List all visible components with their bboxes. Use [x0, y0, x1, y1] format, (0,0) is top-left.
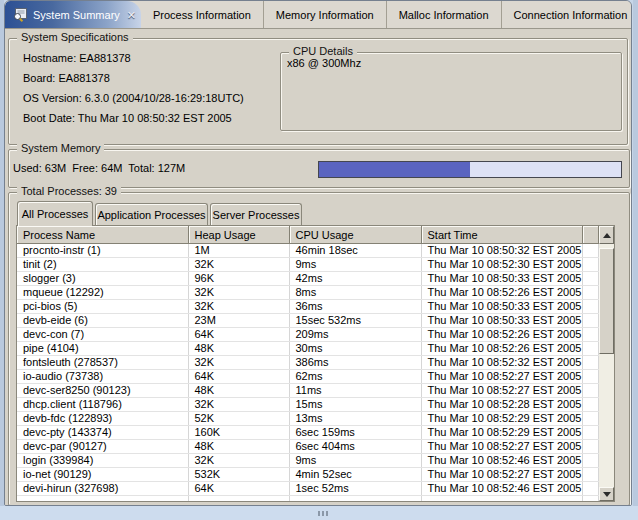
- cell-process-name: devb-eide (6): [17, 314, 188, 328]
- process-row[interactable]: devc-pty (143374)160K6sec 159msThu Mar 1…: [17, 426, 598, 440]
- process-row[interactable]: fontsleuth (278537)32K386msThu Mar 10 08…: [17, 356, 598, 370]
- cell-start-time: Thu Mar 10 08:52:28 EST 2005: [421, 398, 582, 412]
- cell-heap-usage: 532K: [188, 468, 289, 482]
- cell-heap-usage: 64K: [188, 328, 289, 342]
- cell-heap-usage: 64K: [188, 482, 289, 496]
- cell-start-time: Thu Mar 10 08:52:27 EST 2005: [421, 440, 582, 454]
- scroll-down-button[interactable]: [599, 487, 614, 501]
- process-row[interactable]: [17, 496, 598, 503]
- column-header-heap-usage[interactable]: Heap Usage: [188, 226, 289, 244]
- cell-start-time: Thu Mar 10 08:52:29 EST 2005: [421, 426, 582, 440]
- cell-filler: [582, 272, 598, 286]
- cell-filler: [582, 454, 598, 468]
- cell-filler: [582, 356, 598, 370]
- cell-process-name: slogger (3): [17, 272, 188, 286]
- cpu-details-group: CPU Details x86 @ 300Mhz: [280, 52, 622, 131]
- board-text: Board: EA881378: [23, 72, 110, 84]
- process-row[interactable]: devb-eide (6)23M15sec 532msThu Mar 10 08…: [17, 314, 598, 328]
- arrow-down-icon: [603, 492, 611, 497]
- cell-filler: [582, 468, 598, 482]
- cell-cpu-usage: 386ms: [289, 356, 421, 370]
- process-row[interactable]: io-net (90129)532K4min 52secThu Mar 10 0…: [17, 468, 598, 482]
- tab-server-processes[interactable]: Server Processes: [210, 203, 302, 226]
- cell-process-name: devc-ser8250 (90123): [17, 384, 188, 398]
- process-row[interactable]: devc-ser8250 (90123)48K11msThu Mar 10 08…: [17, 384, 598, 398]
- os-version-text: OS Version: 6.3.0 (2004/10/28-16:29:18UT…: [23, 92, 244, 104]
- cell-heap-usage: 32K: [188, 258, 289, 272]
- process-row[interactable]: io-audio (73738)64K62msThu Mar 10 08:52:…: [17, 370, 598, 384]
- cell-process-name: io-audio (73738): [17, 370, 188, 384]
- process-row[interactable]: pci-bios (5)32K36msThu Mar 10 08:50:33 E…: [17, 300, 598, 314]
- process-row[interactable]: devc-par (90127)48K6sec 404msThu Mar 10 …: [17, 440, 598, 454]
- cell-process-name: devc-con (7): [17, 328, 188, 342]
- tab-malloc-information[interactable]: Malloc Information: [387, 1, 502, 28]
- cell-filler: [582, 328, 598, 342]
- right-sash[interactable]: [633, 0, 638, 520]
- cell-start-time: Thu Mar 10 08:52:46 EST 2005: [421, 454, 582, 468]
- bottom-sash[interactable]: [0, 506, 638, 520]
- process-row[interactable]: devb-fdc (122893)52K13msThu Mar 10 08:52…: [17, 412, 598, 426]
- tab-system-summary[interactable]: System Summary ✕: [5, 1, 141, 28]
- cell-filler: [582, 342, 598, 356]
- hostname-text: Hostname: EA881378: [23, 52, 131, 64]
- active-tab-label: System Summary: [33, 9, 120, 21]
- column-header-filler: [582, 226, 598, 244]
- memory-progress-fill: [319, 162, 470, 177]
- tab-memory-information[interactable]: Memory Information: [264, 1, 387, 28]
- cell-heap-usage: 48K: [188, 384, 289, 398]
- process-row[interactable]: mqueue (12292)32K8msThu Mar 10 08:52:26 …: [17, 286, 598, 300]
- tab-application-processes[interactable]: Application Processes: [95, 203, 208, 226]
- cell-process-name: tinit (2): [17, 258, 188, 272]
- cell-process-name: dhcp.client (118796): [17, 398, 188, 412]
- scroll-up-button[interactable]: [599, 226, 614, 244]
- cell-process-name: mqueue (12292): [17, 286, 188, 300]
- cell-process-name: devb-fdc (122893): [17, 412, 188, 426]
- cell-cpu-usage: 8ms: [289, 286, 421, 300]
- cell-process-name: procnto-instr (1): [17, 244, 188, 258]
- column-header-cpu-usage[interactable]: CPU Usage: [289, 226, 421, 244]
- cell-cpu-usage: 30ms: [289, 342, 421, 356]
- cell-cpu-usage: 4min 52sec: [289, 468, 421, 482]
- cell-start-time: Thu Mar 10 08:50:32 EST 2005: [421, 244, 582, 258]
- sash-grip-icon[interactable]: [318, 511, 328, 516]
- boot-date-text: Boot Date: Thu Mar 10 08:50:32 EST 2005: [23, 112, 232, 124]
- cell-heap-usage: 1M: [188, 244, 289, 258]
- arrow-up-icon: [603, 233, 611, 238]
- cell-start-time: Thu Mar 10 08:52:26 EST 2005: [421, 286, 582, 300]
- process-table-body: procnto-instr (1)1M46min 18secThu Mar 10…: [17, 244, 598, 503]
- view-content: System Specifications Hostname: EA881378…: [5, 29, 631, 505]
- close-icon[interactable]: ✕: [127, 10, 136, 20]
- cell-heap-usage: 64K: [188, 370, 289, 384]
- tab-connection-information[interactable]: Connection Information: [502, 1, 632, 28]
- process-row[interactable]: devc-con (7)64K209msThu Mar 10 08:52:26 …: [17, 328, 598, 342]
- cell-process-name: pipe (4104): [17, 342, 188, 356]
- process-row[interactable]: devi-hirun (327698)64K1sec 52msThu Mar 1…: [17, 482, 598, 496]
- system-information-window: { "view": { "active_tab": { "label": "Sy…: [0, 0, 638, 520]
- cell-cpu-usage: 46min 18sec: [289, 244, 421, 258]
- process-row[interactable]: tinit (2)32K9msThu Mar 10 08:52:30 EST 2…: [17, 258, 598, 272]
- process-table: Process Name Heap Usage CPU Usage Start …: [16, 225, 615, 502]
- process-row[interactable]: login (339984)32K9msThu Mar 10 08:52:46 …: [17, 454, 598, 468]
- column-header-process-name[interactable]: Process Name: [17, 226, 188, 244]
- cell-cpu-usage: 42ms: [289, 272, 421, 286]
- cell-heap-usage: [188, 496, 289, 503]
- process-row[interactable]: procnto-instr (1)1M46min 18secThu Mar 10…: [17, 244, 598, 258]
- process-row[interactable]: dhcp.client (118796)32K15msThu Mar 10 08…: [17, 398, 598, 412]
- cpu-details-value: x86 @ 300Mhz: [287, 57, 361, 69]
- cell-heap-usage: 52K: [188, 412, 289, 426]
- tab-label: Malloc Information: [399, 9, 489, 21]
- total-processes-group: Total Processes: 39 All Processes Applic…: [8, 192, 630, 506]
- scrollbar-thumb[interactable]: [599, 248, 614, 354]
- process-row[interactable]: pipe (4104)48K30msThu Mar 10 08:52:26 ES…: [17, 342, 598, 356]
- cell-cpu-usage: 11ms: [289, 384, 421, 398]
- cell-start-time: Thu Mar 10 08:50:33 EST 2005: [421, 300, 582, 314]
- column-header-start-time[interactable]: Start Time: [421, 226, 582, 244]
- cell-cpu-usage: 6sec 159ms: [289, 426, 421, 440]
- cell-process-name: fontsleuth (278537): [17, 356, 188, 370]
- tab-all-processes[interactable]: All Processes: [17, 201, 93, 226]
- cell-start-time: Thu Mar 10 08:50:33 EST 2005: [421, 314, 582, 328]
- vertical-scrollbar[interactable]: [599, 226, 614, 501]
- cell-process-name: io-net (90129): [17, 468, 188, 482]
- process-row[interactable]: slogger (3)96K42msThu Mar 10 08:50:33 ES…: [17, 272, 598, 286]
- tab-process-information[interactable]: Process Information: [141, 1, 264, 28]
